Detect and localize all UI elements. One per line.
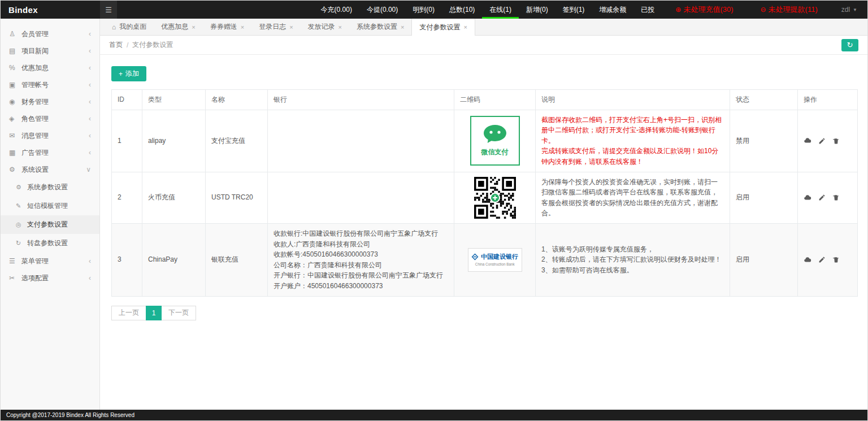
tab-system-params[interactable]: 系统参数设置 × — [349, 19, 411, 35]
sidebar-item-ads[interactable]: ▦ 广告管理 ‹ — [1, 144, 99, 161]
col-header-status: 状态 — [730, 90, 798, 110]
prev-page-button[interactable]: 上一页 — [111, 306, 146, 320]
sidebar-item-payment-params[interactable]: ◎ 支付参数设置 — [1, 215, 99, 234]
col-header-description: 说明 — [536, 90, 730, 110]
pending-recharge-icon: ⊕ — [675, 6, 681, 14]
close-icon[interactable]: × — [463, 24, 467, 31]
col-header-bank: 银行 — [268, 90, 454, 110]
next-page-button[interactable]: 下一页 — [162, 306, 196, 320]
chevron-left-icon: ‹ — [89, 81, 91, 89]
home-icon: ⌂ — [112, 23, 116, 31]
sidebar-item-wheel-params[interactable]: ↻ 转盘参数设置 — [1, 234, 99, 253]
qr-code-image — [474, 177, 516, 219]
close-icon[interactable]: × — [192, 24, 195, 31]
edit-pencil-icon[interactable] — [818, 256, 826, 263]
page-number-button[interactable]: 1 — [146, 306, 162, 320]
cell-id: 2 — [112, 172, 142, 223]
add-button[interactable]: + 添加 — [111, 66, 146, 81]
sidebar-item-project-news[interactable]: ▤ 项目新闻 ‹ — [1, 42, 99, 59]
page-body: + 添加 ID 类型 名称 银行 二维码 — [100, 55, 867, 410]
cell-status: 启用 — [730, 223, 798, 296]
chevron-left-icon: ‹ — [89, 64, 91, 72]
gear-icon: ⚙ — [9, 166, 21, 173]
close-icon[interactable]: × — [338, 24, 342, 31]
delete-trash-icon[interactable] — [832, 194, 840, 201]
sidebar-item-menu-management[interactable]: ☰ 菜单管理 ‹ — [1, 253, 99, 270]
delete-trash-icon[interactable] — [832, 256, 840, 263]
close-icon[interactable]: × — [289, 24, 293, 31]
refresh-button[interactable]: ↻ — [841, 39, 858, 51]
cell-name: USTD TRC20 — [206, 172, 268, 223]
gear-icon: ⚙ — [16, 184, 27, 191]
cell-description: 1、该账号为跃明传媒专属充值服务， 2、转账成功后，请在下方填写汇款说明以便财务… — [536, 223, 730, 296]
breadcrumb: 首页 / 支付参数设置 ↻ — [100, 36, 867, 55]
username: zdl — [841, 6, 850, 14]
cell-description: 为保障每个投资人的投资资金准确无误，实时到账，请扫一扫微信客服二维码或者咨询平台… — [536, 172, 730, 223]
top-bar: Bindex ☰ 今充(0.00) 今提(0.00) 明到(0) 总数(10) … — [1, 1, 867, 19]
cell-bank — [268, 110, 454, 172]
cell-status: 禁用 — [730, 110, 798, 172]
cell-qrcode: 中国建设银行 China Construction Bank — [454, 223, 536, 296]
sidebar: ♙ 会员管理 ‹ ▤ 项目新闻 ‹ % 优惠加息 ‹ ▣ 管理帐号 ‹ ◉ 财务 — [1, 19, 100, 410]
sidebar-toggle-button[interactable]: ☰ — [100, 1, 117, 19]
cell-qrcode — [454, 172, 536, 223]
id-card-icon: ▣ — [9, 81, 21, 89]
breadcrumb-home[interactable]: 首页 — [109, 40, 123, 50]
user-menu[interactable]: zdl ▼ — [831, 1, 867, 19]
sidebar-item-messages[interactable]: ✉ 消息管理 ‹ — [1, 127, 99, 144]
envelope-icon: ✉ — [9, 132, 21, 140]
topbar-stats: 今充(0.00) 今提(0.00) 明到(0) 总数(10) 在线(1) 新增(… — [314, 1, 662, 19]
sidebar-item-admin-accounts[interactable]: ▣ 管理帐号 ‹ — [1, 76, 99, 93]
chevron-left-icon: ‹ — [89, 132, 91, 140]
stat-due-tomorrow[interactable]: 明到(0) — [405, 1, 442, 19]
stat-signin[interactable]: 签到(1) — [555, 1, 592, 19]
close-icon[interactable]: × — [241, 24, 244, 31]
tab-grant-records[interactable]: 发放记录 × — [301, 19, 349, 35]
sidebar-item-sms-templates[interactable]: ✎ 短信模板管理 — [1, 197, 99, 215]
image-icon: ▦ — [9, 149, 21, 157]
stat-total[interactable]: 总数(10) — [442, 1, 482, 19]
edit-pencil-icon[interactable] — [818, 137, 826, 145]
table-row: 2 火币充值 USTD TRC20 为保障每个投资人的投资资金准确无误，实时到账… — [112, 172, 858, 223]
col-header-type: 类型 — [142, 90, 206, 110]
cell-qrcode: 微信支付 — [454, 110, 536, 172]
list-icon: ☰ — [9, 257, 21, 265]
tab-coupon-gift[interactable]: 券券赠送 × — [203, 19, 251, 35]
col-header-name: 名称 — [206, 90, 268, 110]
stat-today-withdraw[interactable]: 今提(0.00) — [359, 1, 405, 19]
stat-online[interactable]: 在线(1) — [482, 1, 519, 19]
sidebar-item-members[interactable]: ♙ 会员管理 ‹ — [1, 25, 99, 42]
stat-adjust-balance[interactable]: 增减余额 — [592, 1, 633, 19]
sidebar-item-system-settings[interactable]: ⚙ 系统设置 ∨ — [1, 161, 99, 178]
tab-promo-interest[interactable]: 优惠加息 × — [154, 19, 202, 35]
close-icon[interactable]: × — [401, 24, 404, 31]
cell-type: alipay — [142, 110, 206, 172]
stat-today-recharge[interactable]: 今充(0.00) — [314, 1, 359, 19]
pending-recharge-alert[interactable]: ⊕ 未处理充值(30) — [662, 1, 747, 19]
upload-cloud-icon[interactable] — [804, 194, 811, 202]
chevron-down-icon: ▼ — [853, 7, 857, 12]
tab-my-desktop[interactable]: ⌂ 我的桌面 — [105, 19, 154, 35]
wechat-pay-logo: 微信支付 — [470, 116, 520, 166]
stat-new[interactable]: 新增(0) — [519, 1, 555, 19]
chevron-left-icon: ‹ — [89, 115, 91, 123]
sidebar-item-roles[interactable]: ◈ 角色管理 ‹ — [1, 110, 99, 127]
pending-withdraw-alert[interactable]: ⊖ 未处理提款(11) — [747, 1, 831, 19]
chevron-left-icon: ‹ — [89, 257, 91, 265]
edit-pencil-icon[interactable] — [818, 194, 826, 201]
delete-trash-icon[interactable] — [832, 137, 840, 145]
sidebar-item-system-params[interactable]: ⚙ 系统参数设置 — [1, 178, 99, 197]
upload-cloud-icon[interactable] — [804, 137, 811, 145]
col-header-id: ID — [112, 90, 142, 110]
sidebar-item-finance[interactable]: ◉ 财务管理 ‹ — [1, 93, 99, 110]
upload-cloud-icon[interactable] — [804, 256, 811, 264]
tab-login-log[interactable]: 登录日志 × — [251, 19, 300, 35]
percent-icon: % — [9, 64, 21, 72]
wechat-pay-caption: 微信支付 — [481, 147, 509, 158]
table-row: 1 alipay 支付宝充值 — [112, 110, 858, 172]
stat-invested[interactable]: 已投 — [633, 1, 662, 19]
sidebar-item-options-config[interactable]: ✂ 选项配置 ‹ — [1, 270, 99, 287]
sidebar-item-promo-interest[interactable]: % 优惠加息 ‹ — [1, 59, 99, 76]
ccb-diamond-icon — [471, 253, 479, 261]
tab-payment-params[interactable]: 支付参数设置 × — [411, 19, 475, 36]
